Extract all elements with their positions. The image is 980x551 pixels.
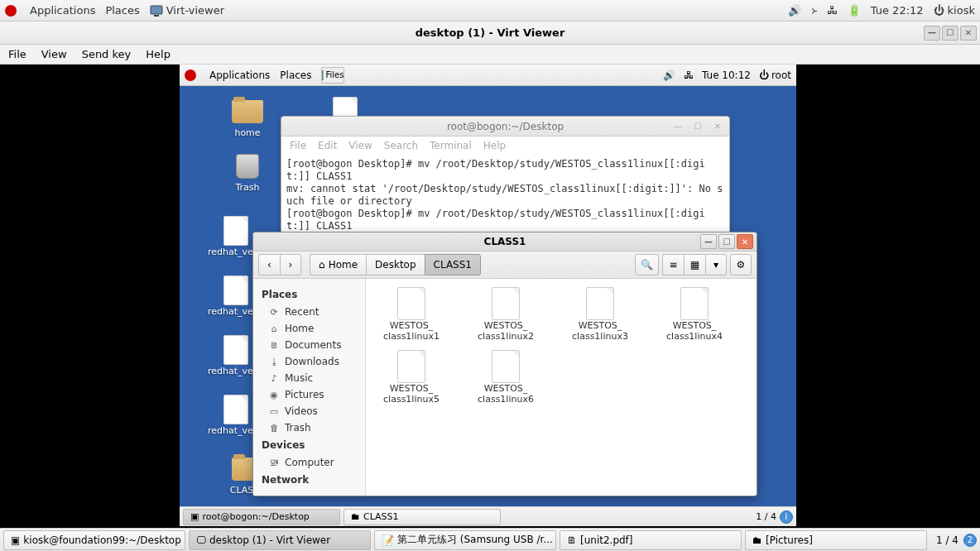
fm-back-button[interactable]: ‹: [258, 254, 280, 276]
vm-user-menu[interactable]: ⏻ root: [759, 69, 791, 81]
file-item[interactable]: WESTOS_class1linux6: [468, 350, 543, 405]
breadcrumb-label: Desktop: [375, 259, 416, 271]
svg-rect-2: [322, 70, 323, 80]
terminal-menu-edit[interactable]: Edit: [318, 140, 337, 151]
volume-icon[interactable]: 🔊: [788, 4, 801, 17]
task-label: [unit2.pdf]: [580, 534, 633, 546]
host-task-pdf[interactable]: 🗎 [unit2.pdf]: [560, 530, 742, 550]
task-label: CLASS1: [363, 511, 399, 522]
desktop-label: Trash: [235, 182, 259, 193]
vm-letterbox-left: [0, 65, 180, 526]
sidebar-item-music[interactable]: ♪Music: [253, 370, 365, 386]
fm-minimize-button[interactable]: —: [700, 234, 717, 249]
terminal-menu-search[interactable]: Search: [384, 140, 418, 151]
file-icon: [680, 287, 709, 320]
host-user-menu[interactable]: ⏻ kiosk: [934, 4, 975, 17]
vm-workspace-badge[interactable]: i: [780, 510, 793, 524]
fm-view-grid-button[interactable]: ▦: [684, 254, 705, 276]
fm-forward-button[interactable]: ›: [280, 254, 301, 276]
fm-close-button[interactable]: ✕: [737, 234, 753, 249]
breadcrumb-home[interactable]: ⌂ Home: [310, 254, 366, 276]
host-task-pictures[interactable]: 🖿 [Pictures]: [745, 530, 927, 550]
vm-desktop[interactable]: Applications Places Files 🔊 🖧 Tue 10:12 …: [180, 65, 796, 526]
sidebar-item-home[interactable]: ⌂Home: [253, 320, 365, 337]
bluetooth-icon[interactable]: ᚛: [811, 4, 817, 17]
network-icon[interactable]: 🖧: [827, 4, 838, 17]
host-workspace-indicator[interactable]: 1 / 4: [936, 534, 958, 546]
host-task-document[interactable]: 📝 第二单元练习 (Samsung USB /r...: [374, 530, 556, 550]
virt-close-button[interactable]: ✕: [960, 26, 977, 41]
file-item[interactable]: WESTOS_class1linux1: [374, 287, 449, 342]
virt-menu-help[interactable]: Help: [146, 48, 171, 60]
power-icon: ⏻: [934, 4, 944, 17]
fm-maximize-button[interactable]: ☐: [718, 234, 735, 249]
vm-clock[interactable]: Tue 10:12: [702, 69, 751, 81]
vm-power-icon: ⏻: [759, 69, 769, 81]
fm-search-button[interactable]: 🔍: [635, 254, 659, 276]
folder-icon: [231, 98, 264, 126]
desktop-icon-home[interactable]: home: [216, 98, 279, 138]
host-active-app[interactable]: Virt-viewer: [150, 4, 224, 17]
host-active-app-label: Virt-viewer: [166, 4, 224, 17]
vm-task-terminal[interactable]: ▣ root@bogon:~/Desktop: [183, 509, 340, 525]
terminal-menu-terminal[interactable]: Terminal: [430, 140, 472, 151]
sidebar-item-computer[interactable]: 🖳Computer: [253, 454, 365, 471]
host-workspace-badge[interactable]: 2: [963, 534, 977, 547]
desktop-icon-trash[interactable]: Trash: [216, 152, 279, 193]
file-cabinet-icon: [322, 70, 323, 80]
host-task-virt-viewer[interactable]: 🖵 desktop (1) - Virt Viewer: [189, 530, 371, 550]
fm-view-dropdown-button[interactable]: ▾: [705, 254, 727, 276]
host-clock[interactable]: Tue 22:12: [871, 4, 924, 17]
virt-titlebar[interactable]: desktop (1) - Virt Viewer — ☐ ✕: [0, 22, 980, 45]
virt-minimize-button[interactable]: —: [924, 26, 940, 41]
fm-view-list-button[interactable]: ≡: [662, 254, 684, 276]
virt-maximize-button[interactable]: ☐: [942, 26, 958, 41]
vm-files-launcher[interactable]: Files: [321, 67, 344, 84]
terminal-window[interactable]: root@bogon:~/Desktop — ☐ ✕ File Edit Vie…: [281, 116, 730, 249]
file-manager-window[interactable]: CLASS1 — ☐ ✕ ‹ › ⌂ Home: [252, 232, 757, 496]
terminal-menu-help[interactable]: Help: [483, 140, 506, 151]
battery-icon[interactable]: 🔋: [848, 4, 861, 17]
terminal-menu-file[interactable]: File: [290, 140, 306, 151]
sidebar-item-videos[interactable]: ▭Videos: [253, 403, 365, 419]
sidebar-item-downloads[interactable]: ⭳Downloads: [253, 353, 365, 370]
vm-volume-icon[interactable]: 🔊: [663, 69, 675, 81]
virt-viewer-window: desktop (1) - Virt Viewer — ☐ ✕ File Vie…: [0, 22, 980, 528]
file-item[interactable]: WESTOS_class1linux4: [657, 287, 732, 342]
sidebar-item-pictures[interactable]: ◉Pictures: [253, 386, 365, 403]
breadcrumb-class1[interactable]: CLASS1: [425, 254, 481, 276]
terminal-icon: ▣: [11, 534, 20, 546]
fm-titlebar[interactable]: CLASS1 — ☐ ✕: [253, 232, 757, 252]
host-task-terminal[interactable]: ▣ kiosk@foundation99:~/Desktop: [3, 530, 185, 550]
terminal-titlebar[interactable]: root@bogon:~/Desktop — ☐ ✕: [281, 117, 729, 137]
host-places-menu[interactable]: Places: [105, 4, 139, 17]
terminal-menu-view[interactable]: View: [348, 140, 372, 151]
file-item[interactable]: WESTOS_class1linux5: [374, 350, 449, 405]
home-icon: ⌂: [319, 259, 325, 271]
fm-content[interactable]: WESTOS_class1linux1 WESTOS_class1linux2 …: [366, 279, 757, 496]
file-item[interactable]: WESTOS_class1linux2: [468, 287, 543, 342]
virt-menu-sendkey[interactable]: Send key: [82, 48, 132, 60]
vm-applications-menu[interactable]: Applications: [209, 69, 270, 81]
virt-menu-file[interactable]: File: [8, 48, 26, 60]
sidebar-item-trash[interactable]: 🗑Trash: [253, 419, 365, 436]
breadcrumb-desktop[interactable]: Desktop: [366, 254, 425, 276]
sidebar-item-label: Trash: [285, 422, 311, 434]
fm-settings-button[interactable]: ⚙: [730, 254, 752, 276]
terminal-maximize-button[interactable]: ☐: [689, 119, 706, 134]
breadcrumb-label: Home: [329, 259, 358, 271]
vm-network-icon[interactable]: 🖧: [684, 69, 694, 81]
file-label-l2: class1linux2: [478, 331, 534, 342]
file-item[interactable]: WESTOS_class1linux3: [563, 287, 637, 342]
terminal-close-button[interactable]: ✕: [709, 119, 726, 134]
terminal-title-text: root@bogon:~/Desktop: [447, 121, 564, 132]
sidebar-item-documents[interactable]: 🗎Documents: [253, 337, 365, 353]
host-applications-menu[interactable]: Applications: [30, 4, 95, 17]
sidebar-header-network: Network: [253, 471, 365, 489]
terminal-minimize-button[interactable]: —: [670, 119, 686, 134]
virt-menu-view[interactable]: View: [41, 48, 67, 60]
vm-task-files[interactable]: 🖿 CLASS1: [343, 509, 501, 525]
vm-workspace-indicator[interactable]: 1 / 4: [756, 511, 776, 522]
vm-places-menu[interactable]: Places: [280, 69, 311, 81]
sidebar-item-recent[interactable]: ⟳Recent: [253, 304, 365, 320]
